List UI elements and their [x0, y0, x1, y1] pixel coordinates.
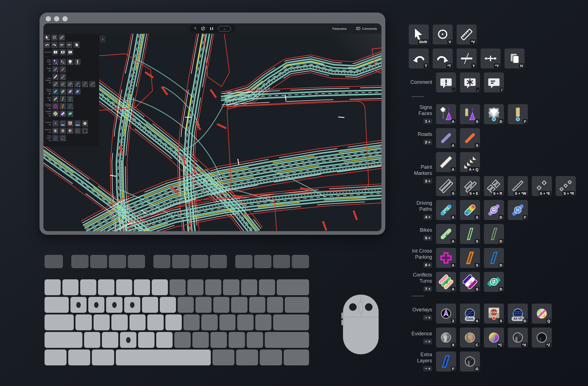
tool-ev-gray[interactable]: X — [52, 128, 58, 134]
shortcut-key-label: Shift — [418, 40, 428, 44]
shortcut-key-label: S — [475, 239, 479, 244]
tool-bar-cone[interactable]: S — [60, 59, 66, 65]
tool-xl-gray[interactable]: G — [60, 135, 66, 141]
tool-ov-data[interactable]: DataA — [60, 120, 66, 126]
tool-cursor[interactable]: Shift — [44, 34, 50, 40]
tool-undo[interactable]: T — [44, 42, 50, 48]
shortcut-key-label: F — [79, 93, 80, 94]
tool-paint-bar[interactable]: A — [52, 74, 58, 80]
tool-pm-grid[interactable]: S + R — [67, 81, 73, 87]
shortcut-key-label: A — [475, 319, 479, 323]
disable-icon[interactable] — [201, 26, 205, 31]
tool-circle-dot[interactable]: V — [51, 34, 57, 40]
mouse-left-button-mark — [349, 303, 357, 311]
tool-bubble-text[interactable]: / — [67, 49, 73, 55]
key — [267, 297, 283, 313]
tool-pm-steps[interactable]: S + E — [60, 81, 66, 87]
tool-bike-light[interactable]: S — [60, 96, 66, 102]
group-label: Comment — [410, 79, 432, 85]
tool-pm-thin[interactable]: S + *W — [74, 81, 80, 87]
tool-redo[interactable]: *T — [51, 42, 57, 48]
group-key-badge: 6 + — [48, 108, 51, 109]
tool-quad-blue[interactable]: D — [67, 103, 73, 109]
shortcut-key-label: S + *E — [84, 86, 88, 87]
tool-ev-tan[interactable]: C — [60, 128, 66, 134]
tool-ev-black[interactable]: *Z — [82, 128, 88, 134]
palette-collapse-button[interactable]: ‹ — [100, 35, 106, 43]
tool-paint-saw[interactable]: A + Q — [60, 74, 66, 80]
key — [111, 314, 128, 330]
tool-ov-nav[interactable]: Z — [52, 120, 58, 126]
key — [80, 279, 96, 295]
tool-bike-dark[interactable]: D — [67, 96, 73, 102]
group-label: Evidence — [411, 331, 432, 337]
shortcut-key-label: S — [475, 119, 479, 124]
map-canvas[interactable]: ShiftV*VT*TY*YHComment.,/Signs Faces1 +A… — [43, 34, 381, 231]
shortcut-key-label: H — [78, 47, 79, 48]
shortcut-key-label: S — [499, 319, 503, 323]
tool-copy: H — [504, 48, 525, 69]
tool-bubble-exclaim[interactable]: . — [52, 49, 58, 55]
tool-ov-stop[interactable]: STOPS — [67, 120, 73, 126]
key — [260, 350, 282, 365]
shortcut-key-label: A — [451, 287, 455, 292]
tool-cross-magenta[interactable]: A — [52, 103, 58, 109]
shortcut-key-label: A — [57, 93, 58, 94]
tool-ev-dark[interactable]: *X — [74, 128, 80, 134]
key-with-dot — [124, 297, 140, 313]
svg-text:H: H — [77, 91, 78, 92]
tool-bubble-text: / — [484, 72, 504, 92]
group-key-badge: 3 + — [48, 82, 51, 84]
tool-ev-rainbow[interactable]: *C — [67, 128, 73, 134]
tool-sign-dot[interactable]: D — [67, 59, 73, 65]
tool-line-cut[interactable]: Y — [59, 42, 65, 48]
tool-ov-allvp[interactable]: All VPD — [74, 120, 80, 126]
tool-line-insert[interactable]: *Y — [66, 42, 72, 48]
key — [259, 279, 275, 295]
tool-quad-orange[interactable]: S — [60, 103, 66, 109]
tool-copy[interactable]: H — [74, 42, 80, 48]
key — [98, 279, 114, 295]
key — [247, 332, 263, 348]
tool-stack-pink[interactable]: A — [52, 111, 58, 117]
tool-ev-black: *Z — [532, 328, 552, 348]
group-key-badge: 2 + — [48, 70, 51, 72]
shortcut-key-label: Shift — [47, 39, 50, 40]
group-label: Bikes — [47, 97, 51, 99]
tool-bar-dot[interactable]: F — [74, 59, 80, 65]
shortcut-key-label: / — [72, 54, 73, 55]
tool-xl-blue[interactable]: F — [52, 135, 58, 141]
tool-dp-cyan[interactable]: A — [52, 89, 58, 95]
pause-button[interactable] — [210, 27, 213, 31]
tool-ov-seg[interactable]: Q — [82, 120, 88, 126]
key — [147, 314, 164, 330]
tool-swap-teal[interactable]: D — [67, 111, 73, 117]
tool-road-orange[interactable]: S — [60, 66, 66, 72]
key — [102, 332, 118, 348]
tool-ev-dark: *X — [508, 328, 528, 348]
forward-button[interactable]: → — [218, 26, 231, 31]
tool-dp-h[interactable]: HF — [74, 89, 80, 95]
tool-bike-green[interactable]: A — [52, 96, 58, 102]
tool-cursor: Shift — [409, 25, 429, 45]
tool-group-signs-faces: Signs Faces1 +ASDF — [44, 59, 97, 65]
shortcut-key-label: D — [72, 63, 73, 65]
tool-sign-cone[interactable]: A — [52, 59, 58, 65]
tool-pm-3diamond[interactable]: S + *R — [89, 81, 95, 87]
panorama-label[interactable]: Panorama — [332, 27, 347, 30]
group-key-badge: ~ + — [48, 140, 51, 141]
help-button[interactable]: ? — [194, 26, 196, 31]
tool-ruler[interactable]: *V — [59, 34, 65, 40]
tool-group-signs-faces: Signs Faces1 +ASDF — [409, 104, 581, 124]
shortcut-key-label: A — [57, 78, 58, 80]
tool-pm-2diamond[interactable]: S + *E — [82, 81, 88, 87]
shortcut-key-label: T — [424, 63, 428, 68]
tool-stack-purple[interactable]: S — [60, 111, 66, 117]
tool-bubble-asterisk[interactable]: , — [60, 49, 66, 55]
tool-road-purple[interactable]: A — [52, 66, 58, 72]
shortcut-key-label: F — [79, 63, 80, 65]
tool-dp-bus[interactable]: D — [67, 89, 73, 95]
tool-pm-double[interactable]: S — [52, 81, 58, 87]
comments-button[interactable]: Comments — [356, 27, 377, 30]
tool-dp-rainbow[interactable]: S — [60, 89, 66, 95]
